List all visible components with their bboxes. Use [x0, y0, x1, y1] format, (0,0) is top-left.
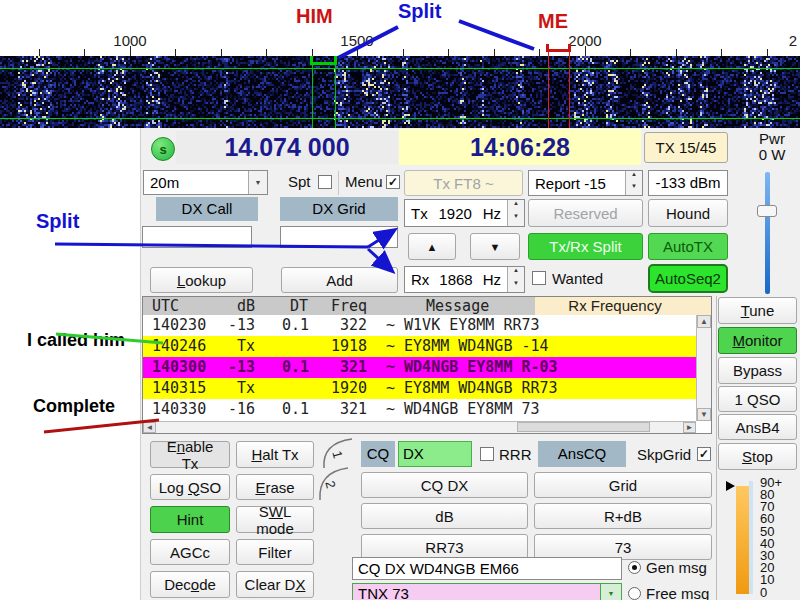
reserved-button[interactable]: Reserved: [528, 199, 643, 227]
free-msg-radio[interactable]: [628, 587, 641, 600]
cq-dx-macro-button[interactable]: CQ DX: [361, 472, 528, 498]
col-header-db[interactable]: dB: [237, 297, 255, 315]
clear-dx-button[interactable]: Clear DX: [236, 571, 314, 598]
waterfall-frequency-scale: 1000 1500 2000 2: [0, 30, 800, 56]
freq-down-button[interactable]: ▼: [470, 233, 520, 260]
s-meter-status-indicator[interactable]: s: [151, 137, 175, 161]
decode-button[interactable]: Decode: [150, 571, 230, 598]
annotation-him: HIM: [296, 5, 333, 28]
divider: [338, 171, 339, 195]
freq-up-button[interactable]: ▲: [408, 233, 456, 260]
erase-button[interactable]: Erase: [236, 474, 314, 500]
grid-macro-button[interactable]: Grid: [534, 472, 712, 498]
scroll-right-icon[interactable]: ►: [683, 422, 696, 433]
free-msg-combobox[interactable]: TNX 73 ▼: [352, 583, 622, 600]
skpgrid-checkbox[interactable]: ✓: [697, 447, 711, 461]
gen-msg-radio[interactable]: [628, 561, 641, 574]
rx-freq-spin-down-icon[interactable]: ▼: [508, 280, 524, 293]
scroll-down-icon[interactable]: ▼: [697, 408, 711, 421]
hscroll-thumb[interactable]: [517, 422, 650, 432]
tx-frequency-spinbox[interactable]: Tx 1920 Hz ▲ ▼: [404, 199, 525, 227]
tune-button[interactable]: Tune: [718, 297, 797, 324]
divider: [716, 296, 717, 600]
utc-clock-display: 14:06:28: [399, 129, 641, 165]
free-msg-dropdown-icon[interactable]: ▼: [600, 584, 621, 600]
tx-freq-spin-up-icon[interactable]: ▲: [508, 200, 524, 213]
anscq-button[interactable]: AnsCQ: [538, 441, 626, 467]
gen-msg-input[interactable]: CQ DX WD4NGB EM66: [352, 557, 622, 580]
report-spin-up-icon[interactable]: ▲: [626, 171, 642, 183]
meter-label: 0: [760, 587, 796, 599]
hound-button[interactable]: Hound: [648, 199, 728, 227]
col-header-freq[interactable]: Freq: [331, 297, 367, 315]
tx-freq-marker-left: [548, 52, 549, 128]
pwr-slider-handle[interactable]: [757, 205, 777, 217]
wanted-checkbox[interactable]: [532, 271, 546, 285]
band-dropdown-icon[interactable]: ▼: [248, 171, 267, 194]
rrr-checkbox[interactable]: [480, 447, 494, 461]
lookup-button[interactable]: Lookup: [150, 267, 253, 293]
scale-tick: [130, 46, 131, 56]
report-spinner[interactable]: ▲ ▼: [625, 171, 642, 195]
spt-checkbox[interactable]: [318, 175, 332, 189]
rx-freq-value: 1868: [439, 271, 472, 288]
autoseq-button[interactable]: AutoSeq2: [648, 264, 728, 293]
scale-tick: [39, 49, 40, 56]
rx-frequency-spinbox[interactable]: Rx 1868 Hz ▲ ▼: [404, 266, 525, 293]
dx-grid-input[interactable]: [280, 226, 398, 248]
decode-row[interactable]: 140330 -16 0.1 321 ~ WD4NGB EY8MM 73: [143, 399, 696, 420]
scroll-left-icon[interactable]: ◄: [143, 422, 156, 433]
decode-row[interactable]: 140230 -13 0.1 322 ~ W1VK EY8MM RR73: [143, 315, 696, 336]
dial-frequency-display[interactable]: 14.074 000: [176, 131, 398, 164]
scroll-up-icon[interactable]: ▲: [697, 315, 711, 328]
table-vertical-scrollbar[interactable]: [696, 315, 711, 421]
rx-freq-spinner[interactable]: ▲ ▼: [507, 267, 524, 292]
decode-row-tx[interactable]: 140315 Tx 1920 ~ EY8MM WD4NGB RR73: [143, 378, 696, 399]
cq-label-button[interactable]: CQ: [361, 441, 395, 467]
r-db-macro-button[interactable]: R+dB: [534, 503, 712, 529]
report-spin-down-icon[interactable]: ▼: [626, 183, 642, 195]
monitor-button[interactable]: Monitor: [718, 327, 797, 354]
menu-checkbox[interactable]: ✓: [386, 175, 400, 189]
tx-mode-button[interactable]: Tx FT8 ~: [404, 170, 523, 196]
halt-tx-button[interactable]: Halt Tx: [236, 441, 314, 468]
col-header-dt[interactable]: DT: [290, 297, 308, 315]
tx-freq-spinner[interactable]: ▲ ▼: [507, 200, 524, 226]
dx-input[interactable]: DX: [398, 441, 472, 467]
one-qso-button[interactable]: 1 QSO: [718, 386, 797, 412]
autotx-button[interactable]: AutoTX: [648, 233, 728, 260]
db-macro-button[interactable]: dB: [361, 503, 528, 529]
bypass-button[interactable]: Bypass: [718, 357, 797, 384]
dx-call-input[interactable]: [142, 226, 252, 248]
pwr-value: 0 W: [748, 146, 796, 163]
decode-row-tx[interactable]: 140246 Tx 1918 ~ EY8MM WD4NGB -14: [143, 336, 696, 357]
tx-freq-unit: Hz: [483, 205, 501, 222]
txrx-split-button[interactable]: Tx/Rx Split: [528, 233, 643, 260]
tx-cycle-button[interactable]: TX 15/45: [644, 132, 728, 163]
band-selector-combobox[interactable]: 20m ▼: [143, 170, 268, 195]
stop-button[interactable]: Stop: [718, 443, 797, 470]
swl-mode-button[interactable]: SWL mode: [236, 506, 314, 533]
skpgrid-label: SkpGrid: [637, 446, 691, 463]
enable-tx-button[interactable]: Enable Tx: [150, 441, 230, 468]
col-header-utc[interactable]: UTC: [152, 297, 179, 315]
scale-tick: [175, 49, 176, 56]
hint-button[interactable]: Hint: [150, 506, 230, 533]
meter-peak-pointer: [726, 481, 735, 491]
scale-label-2500: 2: [789, 32, 797, 49]
filter-button[interactable]: Filter: [236, 539, 314, 565]
add-button[interactable]: Add: [281, 267, 398, 293]
tx-freq-spin-down-icon[interactable]: ▼: [508, 213, 524, 226]
rx-freq-spin-up-icon[interactable]: ▲: [508, 267, 524, 280]
spt-label: Spt: [288, 173, 311, 190]
lookup-label-accel: L: [177, 272, 185, 289]
report-spinbox[interactable]: Report -15 ▲ ▼: [528, 170, 643, 196]
agcc-button[interactable]: AGCc: [150, 539, 230, 565]
wanted-label: Wanted: [552, 270, 603, 287]
decode-row-selected[interactable]: 140300 -13 0.1 321 ~ WD4NGB EY8MM R-03: [143, 357, 696, 378]
col-header-message[interactable]: Message: [426, 297, 489, 315]
pwr-slider-track[interactable]: [765, 172, 770, 294]
ansb4-button[interactable]: AnsB4: [718, 414, 797, 440]
log-qso-button[interactable]: Log QSO: [150, 474, 230, 500]
gen-msg-label: Gen msg: [646, 559, 707, 576]
